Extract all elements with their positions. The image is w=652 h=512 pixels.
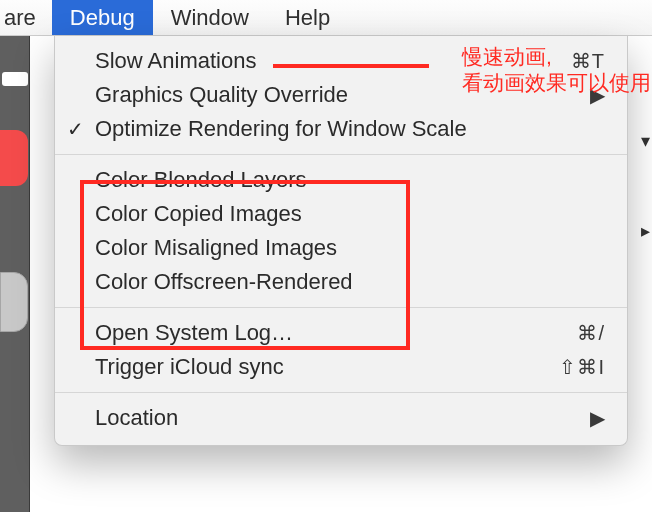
- chevron-right-icon: ▶: [590, 83, 605, 107]
- decorative-glyph: ▸: [641, 220, 650, 242]
- menu-item-color-copied-images[interactable]: Color Copied Images: [55, 197, 627, 231]
- menu-item-label: Optimize Rendering for Window Scale: [95, 116, 605, 142]
- checkmark-icon: ✓: [55, 117, 95, 141]
- menu-item-color-offscreen-rendered[interactable]: Color Offscreen-Rendered: [55, 265, 627, 299]
- menu-item-optimize-rendering[interactable]: ✓ Optimize Rendering for Window Scale: [55, 112, 627, 146]
- debug-menu-dropdown: Slow Animations ⌘T Graphics Quality Over…: [54, 36, 628, 446]
- menu-item-label: Graphics Quality Override: [95, 82, 590, 108]
- menu-item-location[interactable]: Location ▶: [55, 401, 627, 435]
- menu-shortcut: ⌘T: [571, 49, 605, 73]
- menu-separator: [55, 392, 627, 393]
- menu-item-color-blended-layers[interactable]: Color Blended Layers: [55, 163, 627, 197]
- menu-item-trigger-icloud-sync[interactable]: Trigger iCloud sync ⇧⌘I: [55, 350, 627, 384]
- menu-item-label: Location: [95, 405, 590, 431]
- app-icon-red: [0, 130, 28, 186]
- background-window-sliver: ▾ ▸: [630, 36, 652, 512]
- menubar-item-hardware-truncated[interactable]: are: [0, 0, 52, 35]
- menu-item-label: Open System Log…: [95, 320, 577, 346]
- menu-item-slow-animations[interactable]: Slow Animations ⌘T: [55, 44, 627, 78]
- decorative-glyph: ▾: [641, 130, 650, 152]
- menubar-item-window[interactable]: Window: [153, 0, 267, 35]
- menubar-item-debug[interactable]: Debug: [52, 0, 153, 35]
- menu-item-label: Color Misaligned Images: [95, 235, 605, 261]
- menu-shortcut: ⌘/: [577, 321, 605, 345]
- menu-item-graphics-quality-override[interactable]: Graphics Quality Override ▶: [55, 78, 627, 112]
- menu-separator: [55, 307, 627, 308]
- simulator-left-strip: [0, 36, 30, 512]
- chevron-right-icon: ▶: [590, 406, 605, 430]
- menu-shortcut: ⇧⌘I: [559, 355, 605, 379]
- menu-item-label: Color Copied Images: [95, 201, 605, 227]
- menu-item-label: Slow Animations: [95, 48, 571, 74]
- battery-icon: [2, 72, 28, 86]
- menubar-item-help[interactable]: Help: [267, 0, 348, 35]
- app-icon-grey: [0, 272, 28, 332]
- menu-item-open-system-log[interactable]: Open System Log… ⌘/: [55, 316, 627, 350]
- menu-item-label: Color Offscreen-Rendered: [95, 269, 605, 295]
- menu-item-label: Color Blended Layers: [95, 167, 605, 193]
- menubar: are Debug Window Help: [0, 0, 652, 36]
- menu-item-label: Trigger iCloud sync: [95, 354, 559, 380]
- menu-item-color-misaligned-images[interactable]: Color Misaligned Images: [55, 231, 627, 265]
- menu-separator: [55, 154, 627, 155]
